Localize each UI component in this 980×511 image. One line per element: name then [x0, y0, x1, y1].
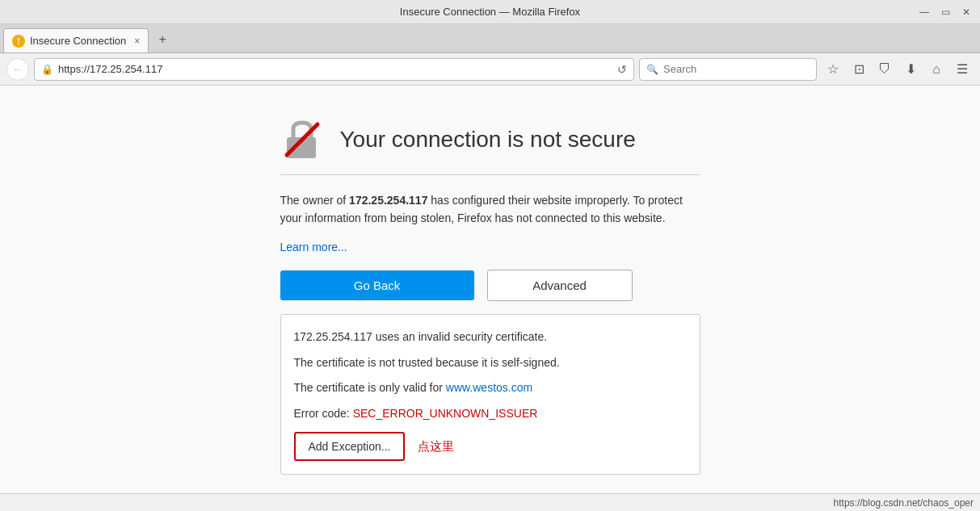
new-tab-button[interactable]: +: [152, 29, 173, 50]
go-back-button[interactable]: Go Back: [280, 270, 474, 300]
details-box: 172.25.254.117 uses an invalid security …: [280, 314, 700, 475]
restore-button[interactable]: ▭: [938, 5, 953, 19]
shield-icon[interactable]: ⛉: [873, 58, 896, 81]
title-bar: Insecure Connection — Mozilla Firefox — …: [0, 0, 980, 24]
url-display: https://172.25.254.117: [58, 63, 612, 75]
warning-icon: !: [12, 35, 25, 48]
search-input[interactable]: [663, 63, 810, 75]
status-url: https://blog.csdn.net/chaos_oper: [834, 497, 974, 509]
tab-label: Insecure Connection: [30, 35, 126, 47]
details-line3-part1: The certificate is only valid for: [294, 381, 446, 394]
search-icon: 🔍: [646, 64, 658, 75]
error-body: The owner of 172.25.254.117 has configur…: [280, 191, 700, 228]
error-container: Your connection is not secure The owner …: [280, 118, 700, 461]
back-icon: ←: [12, 63, 23, 76]
westos-link[interactable]: www.westos.com: [446, 381, 532, 394]
error-title: Your connection is not secure: [340, 127, 636, 153]
exception-row: Add Exception... 点这里: [294, 432, 687, 461]
minimize-button[interactable]: —: [917, 5, 932, 19]
tab-close-button[interactable]: ×: [134, 36, 140, 47]
details-line3: The certificate is only valid for www.we…: [294, 379, 687, 398]
error-code-label: Error code:: [294, 407, 353, 420]
button-row: Go Back Advanced: [280, 270, 700, 301]
learn-more-link[interactable]: Learn more...: [280, 241, 700, 253]
add-exception-button[interactable]: Add Exception...: [294, 432, 406, 461]
details-line2: The certificate is not trusted because i…: [294, 354, 687, 373]
lock-icon: 🔒: [41, 64, 53, 75]
back-button[interactable]: ←: [6, 58, 29, 81]
error-body-host: 172.25.254.117: [349, 194, 427, 207]
click-here-text: 点这里: [418, 436, 454, 457]
advanced-button[interactable]: Advanced: [487, 270, 633, 301]
download-icon[interactable]: ⬇: [899, 58, 922, 81]
close-button[interactable]: ✕: [959, 5, 974, 19]
details-line1: 172.25.254.117 uses an invalid security …: [294, 328, 687, 347]
address-bar[interactable]: 🔒 https://172.25.254.117 ↺: [34, 58, 634, 81]
home-icon[interactable]: ⌂: [925, 58, 948, 81]
error-code-line: Error code: SEC_ERROR_UNKNOWN_ISSUER: [294, 404, 687, 424]
tab-bar: ! Insecure Connection × +: [0, 24, 980, 53]
bookmark-icon[interactable]: ☆: [822, 58, 844, 81]
pocket-icon[interactable]: ⊡: [848, 58, 870, 81]
main-content: Your connection is not secure The owner …: [0, 86, 980, 493]
active-tab[interactable]: ! Insecure Connection ×: [3, 28, 149, 52]
menu-icon[interactable]: ☰: [951, 58, 974, 81]
search-bar[interactable]: 🔍: [639, 58, 817, 81]
window-controls: — ▭ ✕: [917, 5, 974, 19]
window-title: Insecure Connection — Mozilla Firefox: [400, 6, 580, 18]
status-bar: https://blog.csdn.net/chaos_oper: [0, 493, 980, 511]
reload-button[interactable]: ↺: [617, 63, 627, 76]
nav-bar: ← 🔒 https://172.25.254.117 ↺ 🔍 ☆ ⊡ ⛉ ⬇ ⌂…: [0, 53, 980, 86]
error-body-part1: The owner of: [280, 194, 350, 207]
error-code-link[interactable]: SEC_ERROR_UNKNOWN_ISSUER: [353, 407, 538, 420]
nav-tools: ☆ ⊡ ⛉ ⬇ ⌂ ☰: [822, 58, 974, 81]
lock-broken-icon: [280, 118, 324, 161]
error-header: Your connection is not secure: [280, 118, 700, 175]
